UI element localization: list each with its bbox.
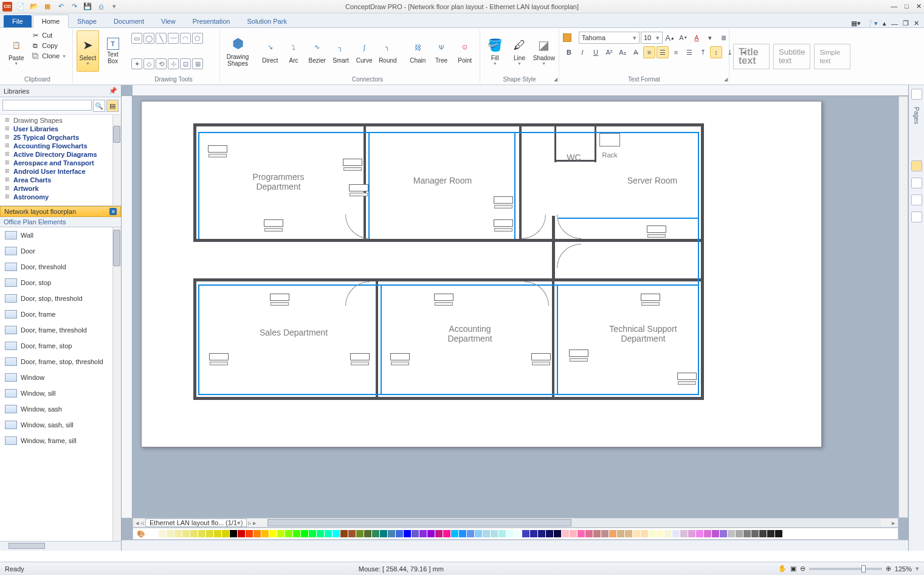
mdi-minimize-icon[interactable]: — — [891, 20, 898, 27]
conn-point[interactable]: ⊙Point — [453, 30, 476, 72]
color-swatch[interactable] — [467, 530, 474, 537]
color-swatch[interactable] — [309, 530, 316, 537]
ruler-vertical[interactable] — [122, 96, 133, 518]
cut-button[interactable]: ✂Cut — [29, 30, 69, 40]
stencil-scrollbar[interactable] — [112, 227, 121, 541]
color-swatch[interactable] — [372, 530, 379, 537]
pages-label[interactable]: Pages — [913, 107, 920, 124]
color-swatch[interactable] — [301, 530, 308, 537]
stencil-item[interactable]: Door, stop — [0, 275, 121, 291]
zoom-level[interactable]: 125% — [895, 565, 912, 573]
underline-icon[interactable]: U — [590, 46, 602, 58]
color-swatch[interactable] — [491, 530, 498, 537]
color-swatch[interactable] — [427, 530, 435, 537]
grow-font-icon[interactable]: A▲ — [664, 32, 676, 44]
select-button[interactable]: ➤ Select▼ — [77, 30, 99, 72]
color-swatch[interactable] — [380, 530, 387, 537]
color-swatch[interactable] — [222, 530, 229, 537]
color-swatch[interactable] — [285, 530, 292, 537]
tab-document[interactable]: Document — [105, 15, 153, 27]
h-scrollbar[interactable] — [267, 519, 881, 526]
color-swatch[interactable] — [269, 530, 277, 537]
color-swatch[interactable] — [404, 530, 411, 537]
tree-scroll-thumb[interactable] — [113, 126, 120, 143]
h-scroll-thumb[interactable] — [267, 519, 571, 526]
zoom-slider-thumb[interactable] — [861, 565, 866, 573]
color-swatch[interactable] — [609, 530, 616, 537]
color-swatch[interactable] — [664, 530, 672, 537]
shape-line-icon[interactable]: ╲ — [156, 33, 167, 44]
shape-polygon-icon[interactable]: ⬠ — [192, 33, 203, 44]
panel-hscroll[interactable] — [0, 541, 121, 551]
rack-icon[interactable] — [599, 133, 620, 146]
collapse-ribbon-icon[interactable]: ▴ — [883, 19, 886, 27]
color-swatch[interactable] — [206, 530, 213, 537]
font-color-icon[interactable]: A — [691, 32, 703, 44]
copy-button[interactable]: ⧉Copy — [29, 41, 69, 50]
color-swatch[interactable] — [538, 530, 545, 537]
style-subtitle[interactable]: Subtitle text — [773, 44, 810, 69]
color-swatch[interactable] — [340, 530, 348, 537]
align-justify-icon[interactable]: ☰ — [683, 46, 695, 58]
new-icon[interactable]: 📄 — [16, 2, 26, 12]
line-button[interactable]: 🖊Line▼ — [508, 30, 530, 72]
font-size-select[interactable]: 10▾ — [641, 32, 663, 44]
minimize-icon[interactable]: — — [891, 2, 897, 10]
color-swatch[interactable] — [562, 530, 569, 537]
stencil-item[interactable]: Door — [0, 243, 121, 259]
conn-direct[interactable]: ↘Direct — [259, 30, 281, 72]
tree-item[interactable]: Android User Interface — [5, 167, 121, 176]
stencil-scroll-thumb[interactable] — [113, 230, 120, 266]
sub-library-header[interactable]: Office Plan Elements — [0, 217, 121, 227]
conn-arc[interactable]: ⤵Arc — [283, 30, 305, 72]
valign-top-icon[interactable]: ⤒ — [697, 46, 709, 58]
color-swatch[interactable] — [435, 530, 443, 537]
color-swatch[interactable] — [617, 530, 624, 537]
tree-item[interactable]: Astronomy — [5, 193, 121, 201]
color-swatch[interactable] — [151, 530, 158, 537]
vertical-scrollbar[interactable] — [898, 96, 908, 518]
rail-tool-icon[interactable] — [911, 212, 922, 222]
workstation-icon[interactable] — [565, 349, 592, 365]
drawing-page[interactable]: Programmers Department Manager Room WC S… — [141, 101, 822, 447]
strikethrough-icon[interactable]: A̶ — [630, 46, 642, 58]
shape-curve-icon[interactable]: 〰 — [168, 33, 179, 44]
shape-tool-icon[interactable]: ⊞ — [192, 58, 203, 69]
workstation-icon[interactable] — [490, 196, 517, 212]
tab-home[interactable]: Home — [33, 15, 69, 28]
color-swatch[interactable] — [775, 530, 782, 537]
mdi-restore-icon[interactable]: ❐ — [903, 19, 909, 27]
italic-icon[interactable]: I — [576, 46, 588, 58]
shape-arc-icon[interactable]: ◠ — [180, 33, 191, 44]
color-swatch[interactable] — [443, 530, 450, 537]
tree-item[interactable]: Active Directory Diagrams — [5, 150, 121, 159]
color-swatch[interactable] — [419, 530, 427, 537]
next-page-icon[interactable]: ▹ — [248, 519, 252, 527]
color-swatch[interactable] — [530, 530, 537, 537]
shrink-font-icon[interactable]: A▼ — [677, 32, 689, 44]
color-swatch[interactable] — [657, 530, 664, 537]
tree-root[interactable]: Drawing Shapes — [5, 116, 121, 125]
close-icon[interactable]: ✕ — [916, 2, 922, 10]
color-swatch[interactable] — [767, 530, 774, 537]
zoom-fit-icon[interactable]: ▣ — [790, 565, 796, 573]
stencil-item[interactable]: Door, frame, stop, threshold — [0, 354, 121, 370]
color-swatch[interactable] — [190, 530, 198, 537]
workstation-icon[interactable] — [346, 353, 373, 369]
shape-rect-icon[interactable]: ▭ — [131, 33, 142, 44]
shadow-button[interactable]: ◪Shadow▼ — [533, 30, 555, 72]
stencil-item[interactable]: Window, sash — [0, 401, 121, 417]
color-swatch[interactable] — [182, 530, 190, 537]
color-swatch[interactable] — [672, 530, 680, 537]
conn-tree[interactable]: ΨTree — [430, 30, 453, 72]
qat-dropdown-icon[interactable]: ▾ — [109, 2, 119, 12]
save-icon[interactable]: 💾 — [83, 2, 92, 12]
shape-tool-icon[interactable]: ⊹ — [168, 58, 179, 69]
workstation-icon[interactable] — [339, 159, 366, 174]
zoom-dropdown-icon[interactable]: ▾ — [915, 565, 919, 573]
page-tab[interactable]: Ethernet LAN layout flo... (1/1▾) — [145, 518, 247, 527]
workstation-icon[interactable] — [266, 294, 293, 309]
rail-tool-icon[interactable] — [911, 160, 922, 171]
maximize-icon[interactable]: □ — [905, 2, 909, 10]
color-swatch[interactable] — [570, 530, 577, 537]
